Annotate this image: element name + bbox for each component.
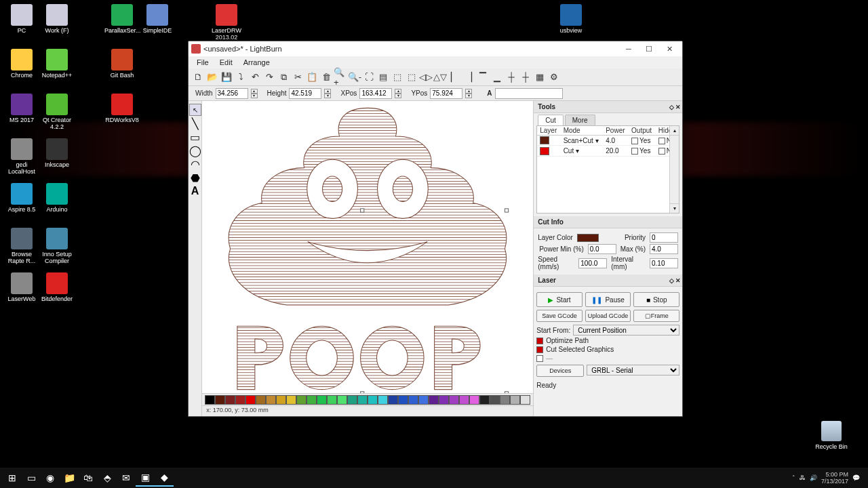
cut-selected-checkbox[interactable] (536, 346, 543, 353)
desktop-icon[interactable]: Git Bash (104, 49, 140, 79)
explorer-taskbar-icon[interactable]: 📁 (60, 469, 79, 487)
palette-swatch[interactable] (429, 395, 439, 405)
tray-up-icon[interactable]: ˄ (792, 474, 795, 481)
palette-swatch[interactable] (337, 395, 347, 405)
desktop-icon[interactable]: Aspire 8.5 (4, 183, 39, 213)
desktop-icon[interactable]: Bitdefender (39, 272, 75, 302)
align-bottom-icon[interactable]: ▁ (490, 70, 504, 84)
palette-swatch[interactable] (235, 395, 245, 405)
palette-swatch[interactable] (357, 395, 368, 405)
desktop-icon[interactable]: Qt Creator 4.2.2 (39, 94, 75, 130)
desktop-icon[interactable]: Arduino (39, 183, 75, 213)
align-top-icon[interactable]: ▔ (476, 70, 490, 84)
start-button[interactable]: ▶Start (536, 292, 583, 307)
redo-icon[interactable]: ↷ (262, 70, 276, 84)
paste-icon[interactable]: 📋 (305, 70, 319, 84)
palette-swatch[interactable] (307, 395, 317, 405)
palette-swatch[interactable] (378, 395, 388, 405)
zoom-in-icon[interactable]: 🔍+ (334, 70, 347, 84)
palette-swatch[interactable] (439, 395, 449, 405)
start-button[interactable]: ⊞ (3, 469, 22, 487)
palette-swatch[interactable] (459, 395, 469, 405)
desktop-icon[interactable]: gedi LocalHost (4, 138, 39, 175)
cutinfo-header[interactable]: Cut Info (534, 216, 682, 228)
canvas[interactable] (202, 101, 533, 393)
save-gcode-button[interactable]: Save GCode (536, 310, 583, 322)
settings-icon[interactable]: ⚙ (547, 70, 561, 84)
priority-input[interactable] (650, 232, 678, 243)
tray-volume-icon[interactable]: 🔊 (810, 474, 817, 481)
desktop-icon[interactable]: Notepad++ (39, 49, 75, 79)
dropbox-taskbar-icon[interactable]: ⬘ (98, 469, 117, 487)
palette-swatch[interactable] (408, 395, 418, 405)
tab-cut[interactable]: Cut (538, 115, 564, 125)
line-tool-icon[interactable]: ╲ (189, 117, 201, 129)
desktop-icon[interactable]: Browse Rapte R... (4, 228, 39, 264)
height-input[interactable] (289, 88, 321, 99)
undo-icon[interactable]: ↶ (248, 70, 262, 84)
cut-icon[interactable]: ✂ (291, 70, 304, 84)
ellipse-tool-icon[interactable]: ◯ (189, 144, 201, 157)
width-input[interactable] (216, 88, 248, 99)
close-button[interactable]: ✕ (659, 42, 679, 56)
open-file-icon[interactable]: 📂 (205, 70, 219, 84)
palette-swatch[interactable] (276, 395, 286, 405)
align-left-icon[interactable]: ▏ (448, 70, 461, 84)
node-tool-icon[interactable]: ⬣ (189, 171, 201, 184)
layer-row[interactable]: Cut ▾20.0YesNo (537, 146, 679, 156)
align-right-icon[interactable]: ▕ (462, 70, 475, 84)
ungroup-icon[interactable]: ⬚ (405, 70, 418, 84)
mirror-v-icon[interactable]: △▽ (433, 70, 447, 84)
pause-button[interactable]: ❚❚Pause (585, 292, 631, 307)
text-tool-icon[interactable]: A (189, 185, 201, 197)
tools-panel-header[interactable]: Tools ◇✕ (534, 101, 682, 113)
zoom-sel-icon[interactable]: ⛶ (362, 70, 376, 84)
panel-float-icon[interactable]: ◇ (669, 277, 674, 284)
rect-tool-icon[interactable]: ▭ (189, 131, 201, 143)
delete-icon[interactable]: 🗑 (319, 70, 333, 84)
import-icon[interactable]: ⤵ (234, 70, 248, 84)
opt3-checkbox[interactable] (536, 355, 543, 362)
palette-swatch[interactable] (469, 395, 479, 405)
desktop-icon[interactable]: Work (F) (39, 4, 75, 34)
align-center-v-icon[interactable]: ┼ (505, 70, 518, 84)
speed-input[interactable] (578, 258, 607, 268)
device-select[interactable]: GRBL - Serial (587, 365, 679, 375)
tab-more[interactable]: More (565, 115, 595, 125)
menu-edit[interactable]: Edit (214, 58, 238, 66)
scroll-down-icon[interactable]: ▾ (670, 203, 679, 213)
palette-swatch[interactable] (215, 395, 225, 405)
power-max-input[interactable] (650, 244, 678, 254)
palette-swatch[interactable] (266, 395, 276, 405)
palette-swatch[interactable] (225, 395, 235, 405)
grid-icon[interactable]: ▦ (533, 70, 547, 84)
desktop-icon[interactable]: LaserDRW 2013.02 (209, 4, 244, 41)
laser-panel-header[interactable]: Laser ◇✕ (534, 274, 682, 287)
taskbar-clock[interactable]: 5:00 PM 7/13/2017 (821, 471, 848, 485)
upload-gcode-button[interactable]: Upload GCode (585, 310, 631, 322)
font-select[interactable] (495, 88, 563, 99)
desktop-icon[interactable]: MS 2017 (4, 94, 39, 123)
layer-color-swatch[interactable] (577, 234, 599, 242)
palette-swatch[interactable] (418, 395, 429, 405)
group-icon[interactable]: ⬚ (391, 70, 404, 84)
stop-button[interactable]: ■Stop (633, 292, 679, 307)
palette-swatch[interactable] (479, 395, 490, 405)
palette-swatch[interactable] (256, 395, 266, 405)
palette-swatch[interactable] (245, 395, 256, 405)
titlebar[interactable]: <unsaved>* - LightBurn ─ ☐ ✕ (189, 41, 682, 56)
xpos-input[interactable] (359, 88, 392, 99)
new-file-icon[interactable]: 🗋 (191, 70, 205, 84)
layer-list[interactable]: Layer Mode Power Output Hide Scan+Cut ▾4… (536, 125, 679, 214)
palette-swatch[interactable] (398, 395, 408, 405)
desktop-icon[interactable]: Inno Setup Compiler (39, 228, 75, 264)
palette-swatch[interactable] (520, 395, 530, 405)
tray-network-icon[interactable]: 🖧 (800, 474, 806, 481)
mirror-h-icon[interactable]: ◁▷ (419, 70, 433, 84)
devices-button[interactable]: Devices (536, 365, 584, 377)
palette-swatch[interactable] (327, 395, 337, 405)
palette-swatch[interactable] (296, 395, 307, 405)
panel-float-icon[interactable]: ◇ (669, 104, 674, 110)
align-center-h-icon[interactable]: ┼ (519, 70, 532, 84)
palette-swatch[interactable] (388, 395, 398, 405)
